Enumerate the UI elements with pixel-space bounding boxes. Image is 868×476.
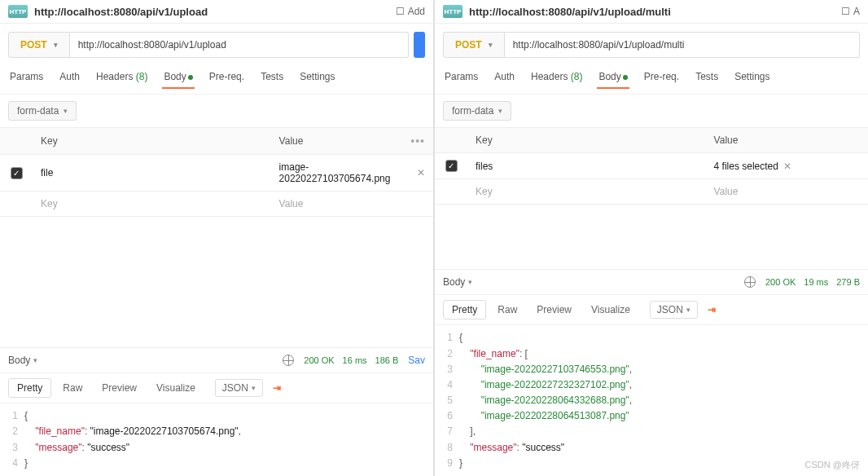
status-time: 19 ms: [804, 277, 828, 287]
viewtab-raw[interactable]: Raw: [55, 379, 90, 397]
status-block: 200 OK 16 ms 186 B: [304, 355, 398, 365]
kv-header-row: Key Value: [435, 128, 868, 153]
status-code: 200 OK: [304, 355, 334, 365]
body-type-select[interactable]: form-data ▾: [8, 101, 77, 121]
url-bar: POST ▾ http://localhost:8080/api/v1/uplo…: [0, 24, 433, 66]
globe-icon[interactable]: [744, 276, 756, 288]
kv-table: Key Value ✓ files 4 files selected ✕ Key…: [435, 127, 868, 205]
response-header: Body ▾ 200 OK 19 ms 279 B: [435, 269, 868, 294]
tab-settings[interactable]: Settings: [298, 66, 336, 89]
viewtab-pretty[interactable]: Pretty: [8, 378, 51, 398]
kv-key-placeholder[interactable]: Key: [33, 192, 271, 216]
kv-key-header: Key: [467, 128, 706, 152]
viewtab-visualize[interactable]: Visualize: [583, 301, 638, 319]
status-size: 279 B: [836, 277, 860, 287]
tab-header: HTTP http://localhost:8080/api/v1/upload…: [0, 0, 433, 24]
tab-headers[interactable]: Headers (8): [94, 66, 149, 89]
status-time: 16 ms: [343, 355, 367, 365]
chevron-down-icon: ▾: [468, 278, 472, 286]
tab-body[interactable]: Body: [597, 66, 629, 89]
tab-params[interactable]: Params: [443, 66, 480, 89]
kv-value-cell[interactable]: image-20220227103705674.png ✕: [271, 155, 433, 191]
kv-value-placeholder[interactable]: Value: [271, 192, 433, 216]
request-tabs: Params Auth Headers (8) Body Pre-req. Te…: [435, 66, 868, 95]
globe-icon[interactable]: [283, 355, 294, 366]
response-header: Body ▾ 200 OK 16 ms 186 B Sav: [0, 347, 433, 372]
body-type-select[interactable]: form-data ▾: [443, 101, 511, 121]
clear-value-icon[interactable]: ✕: [783, 161, 791, 172]
kv-value-placeholder[interactable]: Value: [706, 179, 868, 204]
tab-headers[interactable]: Headers (8): [529, 66, 584, 89]
tab-tests[interactable]: Tests: [259, 66, 285, 89]
status-size: 186 B: [375, 355, 399, 365]
url-bar: POST ▾ http://localhost:8080/api/v1/uplo…: [435, 24, 868, 66]
format-select[interactable]: JSON ▾: [650, 301, 698, 319]
viewtab-raw[interactable]: Raw: [489, 301, 525, 319]
response-body[interactable]: 1{2 "file_name": [3 "image-2022022710374…: [435, 325, 868, 476]
add-tab-button[interactable]: ☐ Add: [396, 6, 425, 17]
wrap-lines-icon[interactable]: ⇥: [708, 304, 722, 315]
pane-left: HTTP http://localhost:8080/api/v1/upload…: [0, 0, 435, 476]
kv-key-header: Key: [33, 129, 271, 153]
method-select[interactable]: POST ▾: [443, 32, 505, 58]
status-code: 200 OK: [765, 277, 796, 287]
chevron-down-icon: ▾: [489, 41, 493, 49]
tab-settings[interactable]: Settings: [733, 66, 771, 89]
http-badge-icon: HTTP: [8, 5, 28, 18]
url-input[interactable]: http://localhost:8080/api/v1/upload/mult…: [505, 32, 860, 58]
kv-value-header: Value•••: [271, 128, 433, 154]
method-select[interactable]: POST ▾: [8, 32, 70, 58]
row-checkbox[interactable]: ✓: [445, 160, 458, 172]
kv-key-cell[interactable]: file: [33, 161, 271, 185]
status-block: 200 OK 19 ms 279 B: [765, 277, 860, 287]
pane-right: HTTP http://localhost:8080/api/v1/upload…: [435, 0, 868, 476]
tab-body[interactable]: Body: [162, 66, 194, 89]
response-section-select[interactable]: Body ▾: [443, 276, 472, 288]
body-type-row: form-data ▾: [0, 95, 433, 127]
response-section-select[interactable]: Body ▾: [8, 355, 37, 366]
tab-auth[interactable]: Auth: [493, 66, 516, 89]
format-select[interactable]: JSON ▾: [215, 379, 263, 397]
clear-value-icon[interactable]: ✕: [417, 167, 425, 178]
kv-value-header: Value: [706, 128, 868, 152]
chevron-down-icon: ▾: [54, 41, 58, 49]
tab-params[interactable]: Params: [8, 66, 45, 89]
kv-row-empty: Key Value: [0, 192, 433, 217]
body-type-row: form-data ▾: [435, 95, 868, 127]
dot-indicator-icon: [188, 75, 193, 80]
kv-value-cell[interactable]: 4 files selected ✕: [706, 154, 868, 178]
viewtab-pretty[interactable]: Pretty: [443, 300, 486, 320]
tab-prereq[interactable]: Pre-req.: [642, 66, 681, 89]
chevron-down-icon: ▾: [33, 356, 37, 364]
tab-title: http://localhost:8080/api/v1/upload/mult…: [469, 6, 835, 18]
tab-tests[interactable]: Tests: [694, 66, 720, 89]
http-badge-icon: HTTP: [443, 5, 462, 18]
tab-prereq[interactable]: Pre-req.: [208, 66, 246, 89]
dot-indicator-icon: [623, 75, 628, 80]
kv-row: ✓ files 4 files selected ✕: [435, 153, 868, 179]
response-view-tabs: Pretty Raw Preview Visualize JSON ▾ ⇥: [0, 372, 433, 403]
response-view-tabs: Pretty Raw Preview Visualize JSON ▾ ⇥: [435, 294, 868, 325]
send-button[interactable]: [414, 32, 425, 58]
viewtab-preview[interactable]: Preview: [528, 301, 580, 319]
tab-auth[interactable]: Auth: [58, 66, 81, 89]
save-response-button[interactable]: Sav: [408, 355, 425, 366]
add-tab-button[interactable]: ☐ A: [841, 6, 860, 17]
wrap-lines-icon[interactable]: ⇥: [273, 382, 287, 394]
kv-key-cell[interactable]: files: [467, 154, 706, 178]
more-icon[interactable]: •••: [410, 134, 425, 148]
kv-header-row: Key Value•••: [0, 128, 433, 155]
chevron-down-icon: ▾: [498, 107, 502, 115]
row-checkbox[interactable]: ✓: [11, 167, 23, 179]
request-tabs: Params Auth Headers (8) Body Pre-req. Te…: [0, 66, 433, 95]
tab-title: http://localhost:8080/api/v1/upload: [34, 6, 389, 18]
tab-header: HTTP http://localhost:8080/api/v1/upload…: [435, 0, 868, 24]
kv-table: Key Value••• ✓ file image-20220227103705…: [0, 127, 433, 217]
watermark: CSDN @咚伢: [805, 459, 860, 471]
viewtab-preview[interactable]: Preview: [94, 379, 145, 397]
kv-key-placeholder[interactable]: Key: [467, 179, 706, 204]
viewtab-visualize[interactable]: Visualize: [148, 379, 204, 397]
response-body[interactable]: 1{2 "file_name": "image-2022022710370567…: [0, 403, 433, 476]
url-input[interactable]: http://localhost:8080/api/v1/upload: [70, 32, 409, 58]
kv-row: ✓ file image-20220227103705674.png ✕: [0, 155, 433, 192]
